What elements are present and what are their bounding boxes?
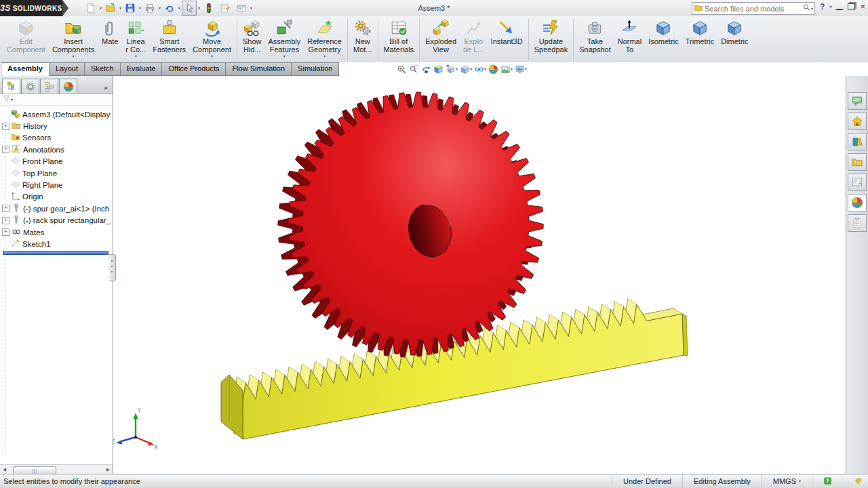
tree-item[interactable]: +Annotations bbox=[1, 144, 113, 155]
expand-icon[interactable]: + bbox=[2, 146, 9, 153]
new-motion-study-button[interactable]: NewMot... bbox=[350, 17, 376, 62]
dropdown-caret[interactable]: ▾ bbox=[484, 67, 486, 71]
units-dropdown-caret[interactable]: ▾ bbox=[799, 479, 801, 483]
display-style-button[interactable]: ▾ bbox=[459, 64, 473, 75]
smart-fasteners-button[interactable]: SmartFasteners bbox=[149, 17, 189, 62]
take-snapshot-button[interactable]: TakeSnapshot bbox=[576, 17, 614, 62]
close-button[interactable]: × bbox=[860, 3, 865, 11]
zoom-to-area-button[interactable] bbox=[408, 64, 420, 75]
file-properties-button[interactable] bbox=[218, 1, 233, 16]
filter-dropdown-caret[interactable]: ▾ bbox=[11, 98, 13, 102]
tree-item[interactable]: Origin bbox=[1, 191, 113, 203]
edit-appearance-button[interactable] bbox=[488, 64, 499, 75]
quick-tips-toggle[interactable]: ? bbox=[812, 474, 843, 488]
expand-icon[interactable]: + bbox=[2, 205, 9, 212]
minimize-button[interactable] bbox=[836, 3, 843, 10]
normal-to-button[interactable]: NormalTo bbox=[614, 17, 645, 62]
print-button[interactable] bbox=[142, 1, 157, 16]
dropdown-caret[interactable]: ▾ bbox=[511, 67, 513, 71]
tab-layout[interactable]: Layout bbox=[49, 62, 85, 76]
panel-tab-property-manager[interactable] bbox=[21, 79, 39, 94]
expand-icon[interactable]: + bbox=[2, 123, 9, 130]
tab-simulation[interactable]: Simulation bbox=[291, 62, 339, 76]
dropdown-caret[interactable]: ▾ bbox=[456, 67, 458, 71]
custom-properties-button[interactable] bbox=[848, 214, 867, 232]
tab-evaluate[interactable]: Evaluate bbox=[120, 62, 163, 76]
expand-icon[interactable]: + bbox=[2, 228, 9, 236]
tree-item[interactable]: Top Plane bbox=[1, 167, 113, 179]
rollback-bar[interactable] bbox=[3, 251, 108, 255]
assembly-features-button[interactable]: AssemblyFeatures▾ bbox=[265, 17, 304, 62]
insert-components-button[interactable]: InsertComponents▾ bbox=[49, 17, 98, 62]
solidworks-resources-button[interactable] bbox=[848, 113, 867, 130]
dropdown-caret[interactable]: ▾ bbox=[178, 6, 180, 10]
isometric-button[interactable]: Isometric bbox=[645, 17, 682, 62]
tab-flow-simulation[interactable]: Flow Simulation bbox=[225, 62, 292, 76]
restore-button[interactable] bbox=[848, 3, 855, 10]
instant3d-button[interactable]: Instant3D bbox=[488, 17, 526, 62]
dropdown-caret[interactable]: ▾ bbox=[283, 54, 285, 58]
design-library-button[interactable] bbox=[848, 133, 867, 150]
rotate-view-button[interactable] bbox=[420, 64, 432, 75]
tree-item[interactable]: Sketch1 bbox=[1, 238, 113, 249]
scroll-left-icon[interactable]: ◀ bbox=[0, 466, 9, 474]
search-box[interactable]: ▾ bbox=[692, 2, 815, 15]
help-dropdown-caret[interactable]: ▾ bbox=[829, 5, 831, 9]
tab-office-products[interactable]: Office Products bbox=[161, 62, 226, 76]
dropdown-caret[interactable]: ▾ bbox=[250, 6, 252, 10]
search-dropdown-caret[interactable]: ▾ bbox=[811, 7, 813, 11]
tree-item[interactable]: Assem3 (Default<Display S bbox=[1, 108, 113, 120]
tab-assembly[interactable]: Assembly bbox=[1, 62, 50, 76]
undo-button[interactable] bbox=[162, 1, 177, 16]
bill-of-materials-button[interactable]: Bill ofMaterials bbox=[380, 17, 418, 62]
panel-splitter-handle[interactable] bbox=[109, 254, 116, 281]
panel-tab-feature-manager[interactable] bbox=[2, 79, 20, 94]
tree-item[interactable]: Front Plane bbox=[1, 156, 113, 167]
dropdown-caret[interactable]: ▾ bbox=[198, 6, 200, 10]
exploded-view-button[interactable]: ExplodedView bbox=[422, 17, 460, 62]
section-view-button[interactable] bbox=[433, 64, 444, 75]
new-document-button[interactable] bbox=[83, 1, 98, 16]
graphics-area[interactable]: Y X Z bbox=[113, 76, 846, 474]
apply-scene-button[interactable]: ▾ bbox=[500, 64, 513, 75]
select-button[interactable] bbox=[182, 1, 197, 16]
tree-item[interactable]: +(-) rack spur rectangular_ bbox=[1, 215, 113, 226]
mate-button[interactable]: Mate bbox=[98, 17, 122, 62]
dimetric-button[interactable]: Dimetric bbox=[717, 17, 751, 62]
trimetric-button[interactable]: Trimetric bbox=[682, 17, 717, 62]
dropdown-caret[interactable]: ▾ bbox=[211, 54, 213, 58]
dropdown-caret[interactable]: ▾ bbox=[119, 6, 121, 10]
help-button[interactable]: ? bbox=[820, 2, 825, 12]
search-input[interactable] bbox=[703, 4, 802, 14]
file-explorer-button[interactable] bbox=[848, 153, 867, 171]
show-hidden-components-button[interactable]: ShowHid... bbox=[239, 17, 265, 62]
dropdown-caret[interactable]: ▾ bbox=[100, 6, 102, 10]
hide-show-items-button[interactable]: ▾ bbox=[473, 64, 487, 75]
update-speedpak-button[interactable]: UpdateSpeedpak bbox=[531, 17, 572, 62]
solidworks-forum-button[interactable] bbox=[848, 92, 867, 110]
view-orientation-button[interactable]: ▾ bbox=[445, 64, 458, 75]
tab-sketch[interactable]: Sketch bbox=[84, 62, 121, 76]
panel-tab-display-manager[interactable] bbox=[59, 79, 77, 94]
dropdown-caret[interactable]: ▾ bbox=[73, 54, 75, 58]
scroll-right-icon[interactable]: ▶ bbox=[104, 466, 113, 474]
scroll-track[interactable]: ||| bbox=[9, 466, 104, 474]
tree-item[interactable]: +History bbox=[1, 120, 113, 131]
dropdown-caret[interactable]: ▾ bbox=[139, 6, 141, 10]
tree-item[interactable]: +Mates bbox=[1, 226, 113, 238]
linear-component-pattern-button[interactable]: Linear Co...▾ bbox=[122, 17, 149, 62]
tag-button[interactable] bbox=[843, 474, 868, 488]
appearances-button[interactable] bbox=[848, 194, 867, 211]
dropdown-caret[interactable]: ▾ bbox=[323, 54, 326, 58]
view-palette-button[interactable] bbox=[848, 174, 867, 191]
zoom-to-fit-button[interactable] bbox=[396, 64, 408, 75]
open-document-button[interactable] bbox=[103, 1, 118, 16]
tree-item[interactable]: Right Plane bbox=[1, 179, 113, 190]
panel-tabs-overflow[interactable]: » bbox=[101, 83, 111, 94]
tree-item[interactable]: Sensors bbox=[1, 132, 113, 144]
move-component-button[interactable]: MoveComponent▾ bbox=[189, 17, 235, 62]
view-settings-button[interactable]: ▾ bbox=[514, 64, 528, 75]
tree-horizontal-scrollbar[interactable]: ◀ ||| ▶ bbox=[0, 464, 113, 474]
dropdown-caret[interactable]: ▾ bbox=[159, 6, 161, 10]
options-window-button[interactable] bbox=[234, 1, 249, 16]
